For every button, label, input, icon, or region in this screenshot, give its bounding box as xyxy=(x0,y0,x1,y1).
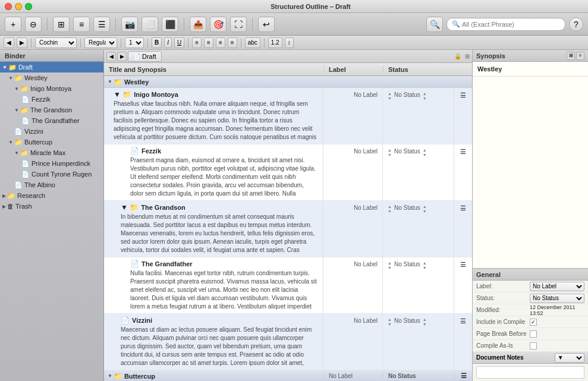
row-main-grandson[interactable]: ▼ 📁 The Grandson In bibendum metus at mi… xyxy=(104,201,323,257)
row-label-fezzik: No Label xyxy=(323,144,383,200)
status-arrows2[interactable]: ▲ ▼ xyxy=(423,148,427,157)
status-up-arrow2[interactable]: ▲ xyxy=(423,92,427,96)
view-outline-button[interactable]: ≡ xyxy=(73,17,90,32)
notes-select[interactable]: ▼ xyxy=(555,353,584,363)
sidebar-item-westley[interactable]: ▼ 📁 Westley xyxy=(0,73,103,83)
align-left-button[interactable]: ≡ xyxy=(192,37,202,48)
sidebar-item-buttercup[interactable]: ▼ 📁 Buttercup xyxy=(0,137,103,147)
tab-forward-button[interactable]: ▶ xyxy=(117,52,127,61)
sidebar-item-vizzini[interactable]: 📄 Vizzini xyxy=(0,126,103,137)
underline-button[interactable]: U xyxy=(174,37,184,48)
size-select[interactable]: 14 xyxy=(125,37,144,48)
add-button[interactable]: + xyxy=(5,17,21,32)
search-box[interactable]: 🔍 xyxy=(446,18,565,31)
back-forward-button[interactable]: ↩ xyxy=(258,17,275,32)
search-input[interactable] xyxy=(462,21,557,28)
row-action-icon[interactable]: ☰ xyxy=(460,148,466,156)
status-arrows2[interactable]: ▲ ▼ xyxy=(423,204,427,213)
align-center-button[interactable]: ≡ xyxy=(204,37,213,48)
compile-button[interactable]: 📤 xyxy=(190,17,206,32)
sidebar-item-draft[interactable]: ▼ 📁 Draft xyxy=(0,62,103,73)
label-field-label: Label: xyxy=(476,283,530,289)
row-actions-grandfather: ☰ xyxy=(454,257,472,313)
sidebar-item-albino[interactable]: 📄 The Albino xyxy=(0,180,103,190)
search-toggle-button[interactable]: 🔍 xyxy=(426,17,443,32)
pagebreak-checkbox[interactable] xyxy=(530,330,537,338)
status-arrows2[interactable]: ▲ ▼ xyxy=(423,317,427,326)
group-label-val: No Label xyxy=(323,373,383,379)
sidebar-item-grandfather[interactable]: 📄 The Grandfather xyxy=(0,115,103,126)
sidebar-item-inigo[interactable]: ▼ 📁 Inigo Montoya xyxy=(0,83,103,94)
status-down-arrow[interactable]: ▼ xyxy=(388,96,392,100)
row-main-grandfather[interactable]: 📄 The Grandfather Nulla facilisi. Maecen… xyxy=(104,257,323,313)
status-arrows[interactable]: ▲ ▼ xyxy=(388,317,392,326)
status-select[interactable]: No Status xyxy=(530,294,584,303)
draft-tab[interactable]: 📄 Draft xyxy=(128,51,162,62)
status-arrows2[interactable]: ▲ ▼ xyxy=(423,92,427,100)
sidebar-item-count[interactable]: 📄 Count Tyrone Rugen xyxy=(0,169,103,180)
status-arrows[interactable]: ▲ ▼ xyxy=(388,204,392,213)
compileas-checkbox[interactable] xyxy=(530,342,537,349)
line-spacing-button[interactable]: 1.2 xyxy=(268,37,282,48)
style-select[interactable]: Regular xyxy=(84,37,117,48)
actions-icon[interactable]: ☰ xyxy=(461,372,467,380)
split-horiz-button[interactable]: ⬛ xyxy=(162,17,178,32)
sidebar-item-fezzik[interactable]: 📄 Fezzik xyxy=(0,94,103,105)
row-action-icon[interactable]: ☰ xyxy=(460,317,466,325)
outline-group-buttercup[interactable]: ▼ 📁 Buttercup No Label No Status ☰ xyxy=(104,370,472,381)
status-arrows[interactable]: ▲ ▼ xyxy=(388,261,392,270)
pagebreak-field-label: Page Break Before xyxy=(476,330,530,337)
synopsis-btn-1[interactable]: ⊞ xyxy=(567,52,575,60)
synopsis-body[interactable] xyxy=(473,77,588,268)
expand-arrow-icon: ▼ xyxy=(108,373,112,379)
label-select[interactable]: No Label xyxy=(530,282,584,291)
row-title-inigo: ▼ 📁 Inigo Montoya xyxy=(114,90,318,99)
row-action-icon[interactable]: ☰ xyxy=(460,92,466,99)
view-corkboard-button[interactable]: ⊞ xyxy=(53,17,70,32)
sidebar-item-prince[interactable]: 📄 Prince Humperdinck xyxy=(0,158,103,169)
split-vert-button[interactable]: ⬜ xyxy=(142,17,158,32)
sidebar-item-label: Research xyxy=(17,192,45,199)
row-action-icon[interactable]: ☰ xyxy=(460,204,466,212)
snapshot-button[interactable]: 📷 xyxy=(121,17,138,32)
view-scrivenings-button[interactable]: ☰ xyxy=(93,17,110,32)
sidebar-item-research[interactable]: ▶ 📁 Research xyxy=(0,190,103,201)
minimize-button[interactable] xyxy=(15,3,22,10)
sidebar-item-miraclemax[interactable]: ▼ 📁 Miracle Max xyxy=(0,147,103,158)
sidebar-item-grandson[interactable]: ▼ 📁 The Grandson xyxy=(0,105,103,115)
fullscreen-button[interactable]: ⛶ xyxy=(230,17,247,32)
bold-button[interactable]: B xyxy=(152,37,162,48)
targets-button[interactable]: 🎯 xyxy=(210,17,227,32)
align-right-button[interactable]: ≡ xyxy=(216,37,225,48)
close-button[interactable] xyxy=(5,3,12,10)
status-down-arrow2[interactable]: ▼ xyxy=(423,96,427,100)
remove-button[interactable]: ⊖ xyxy=(25,17,42,32)
doc-icon: 📄 xyxy=(14,128,23,136)
status-arrows[interactable]: ▲ ▼ xyxy=(388,148,392,157)
compile-checkbox[interactable] xyxy=(530,319,537,326)
italic-button[interactable]: I xyxy=(164,37,172,48)
row-action-icon[interactable]: ☰ xyxy=(460,261,466,269)
compile-field-label: Include in Compile xyxy=(476,319,530,325)
outline-group-westley[interactable]: ▼ 📁 Westley xyxy=(104,76,472,88)
row-main-fezzik[interactable]: 📄 Fezzik Praesent magna diam, euismod at… xyxy=(104,144,323,200)
status-arrows2[interactable]: ▲ ▼ xyxy=(423,261,427,270)
tab-back-button[interactable]: ◀ xyxy=(106,52,116,61)
align-justify-button[interactable]: ≡ xyxy=(228,37,237,48)
synopsis-btn-2[interactable]: ≡ xyxy=(576,52,584,60)
para-spacing-button[interactable]: ↕ xyxy=(285,37,294,48)
font-select[interactable]: Cochin xyxy=(35,37,77,48)
status-arrows[interactable]: ▲ ▼ xyxy=(388,92,392,100)
maximize-button[interactable] xyxy=(25,3,32,10)
row-main-vizzini[interactable]: 📄 Vizzini Maecenas ut diam ac lectus pos… xyxy=(104,314,323,370)
row-status-text: No Status xyxy=(394,204,420,211)
notes-textarea[interactable] xyxy=(476,366,584,379)
spellcheck-button[interactable]: abc xyxy=(245,37,260,48)
status-up-arrow[interactable]: ▲ xyxy=(388,92,392,96)
back-nav-button[interactable]: ◀ xyxy=(4,37,14,48)
row-title-text: The Grandson xyxy=(141,204,185,211)
row-main-inigo[interactable]: ▼ 📁 Inigo Montoya Phasellus vitae faucib… xyxy=(104,88,323,144)
sidebar-item-trash[interactable]: ▶ 🗑 Trash xyxy=(0,201,103,212)
help-button[interactable]: ? xyxy=(569,17,583,32)
forward-nav-button[interactable]: ▶ xyxy=(17,37,27,48)
